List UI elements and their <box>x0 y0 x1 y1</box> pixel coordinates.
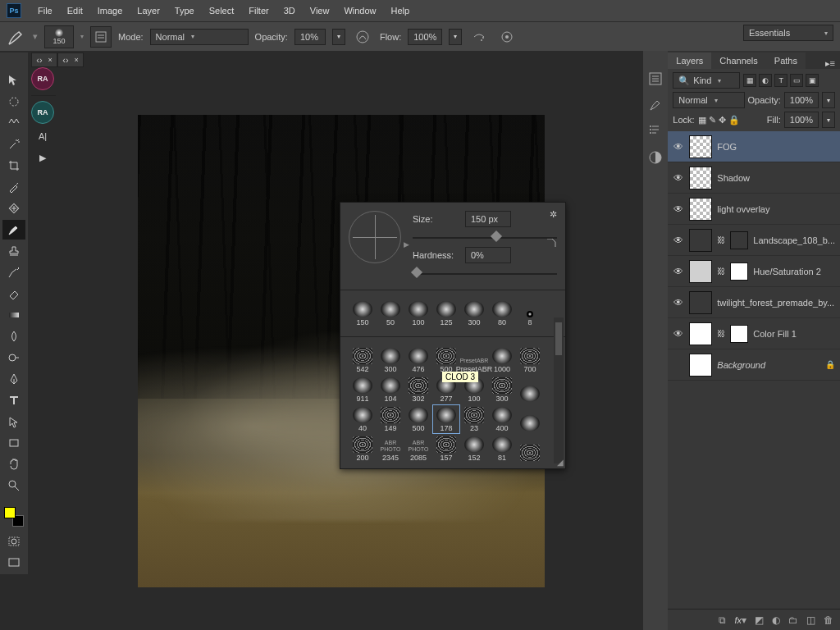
layer-row[interactable]: 👁⛓Hue/Saturation 2 <box>668 256 840 287</box>
layer-name[interactable]: Hue/Saturation 2 <box>753 267 835 276</box>
resize-handle-icon[interactable]: ◢ <box>557 458 564 467</box>
filter-type-icon[interactable]: T <box>774 74 788 87</box>
layer-name[interactable]: Shadow <box>717 173 835 183</box>
layer-opacity-fly[interactable]: ▾ <box>822 92 835 108</box>
layer-mask-icon[interactable]: ◩ <box>755 614 764 626</box>
zoom-tool[interactable] <box>2 476 25 495</box>
menu-3d[interactable]: 3D <box>277 2 302 19</box>
brush-size-input[interactable]: 150 px <box>465 211 511 227</box>
brush-preset[interactable]: 700 <box>516 345 544 375</box>
menu-window[interactable]: Window <box>337 2 382 19</box>
brush-preset[interactable]: 150 <box>349 299 377 328</box>
hand-tool[interactable] <box>2 454 25 474</box>
lock-transparency-icon[interactable]: ▦ <box>698 115 706 126</box>
layer-fill-fly[interactable]: ▾ <box>822 112 835 128</box>
menu-view[interactable]: View <box>304 2 336 19</box>
history-panel-icon[interactable] <box>647 71 664 87</box>
brush-preset[interactable]: 200 <box>349 434 377 463</box>
lasso-tool[interactable] <box>2 113 25 133</box>
layer-row[interactable]: 👁⛓Color Fill 1 <box>668 318 840 349</box>
visibility-toggle[interactable]: 👁 <box>673 203 684 215</box>
brush-preset[interactable]: 500 <box>404 404 432 434</box>
flow-flyout[interactable]: ▾ <box>449 29 462 45</box>
brush-preset[interactable]: 911 <box>349 375 377 404</box>
layer-thumbnail[interactable] <box>689 198 712 221</box>
visibility-toggle[interactable]: 👁 <box>673 297 684 308</box>
layer-name[interactable]: Background <box>717 360 820 370</box>
gear-icon[interactable]: ✲ <box>550 209 557 220</box>
layer-row[interactable]: 👁FOG <box>668 131 840 162</box>
adjustments-panel-icon[interactable] <box>647 149 664 166</box>
type-tool[interactable] <box>2 390 25 410</box>
layer-group-icon[interactable]: 🗀 <box>788 614 798 626</box>
healing-tool[interactable] <box>2 199 25 218</box>
opacity-flyout[interactable]: ▾ <box>332 29 345 45</box>
marquee-tool[interactable] <box>2 92 25 112</box>
eyedropper-tool[interactable] <box>2 177 25 197</box>
menu-help[interactable]: Help <box>385 2 417 19</box>
pen-tool[interactable] <box>2 369 25 389</box>
brush-preset[interactable]: 104 <box>377 375 404 404</box>
brush-preset[interactable]: 23 <box>460 404 488 434</box>
shape-tool[interactable] <box>2 433 25 453</box>
layer-thumbnail[interactable] <box>689 260 712 283</box>
dodge-tool[interactable] <box>2 348 25 368</box>
link-layers-icon[interactable]: ⧉ <box>719 614 726 626</box>
brush-preset[interactable]: 8 <box>516 299 544 328</box>
layer-name[interactable]: FOG <box>717 142 835 152</box>
brush-size-slider[interactable] <box>413 232 557 242</box>
panel-icon-2[interactable]: RA <box>31 101 54 124</box>
visibility-toggle[interactable]: 👁 <box>673 141 684 153</box>
magic-wand-tool[interactable] <box>2 135 25 154</box>
doc-tab-2[interactable]: ‹›× <box>57 52 84 67</box>
filter-shape-icon[interactable]: ▭ <box>790 74 803 87</box>
gradient-tool[interactable] <box>2 305 25 325</box>
layer-row[interactable]: 👁Shadow <box>668 162 840 194</box>
flow-input[interactable]: 100% <box>408 29 442 45</box>
mask-thumbnail[interactable] <box>730 231 748 249</box>
layer-name[interactable]: Landscape_108_b... <box>753 235 835 245</box>
brush-preset[interactable]: 300 <box>488 375 516 404</box>
doc-tab-1[interactable]: ‹›× <box>31 52 57 67</box>
brush-preset[interactable]: 300 <box>377 345 404 375</box>
brush-tool[interactable] <box>2 220 25 240</box>
screenmode-toggle[interactable] <box>2 553 25 573</box>
move-tool[interactable] <box>2 71 25 90</box>
brush-hardness-slider[interactable] <box>413 268 557 278</box>
tab-paths[interactable]: Paths <box>766 52 806 69</box>
character-panel-icon[interactable]: A| <box>31 127 54 145</box>
eraser-tool[interactable] <box>2 284 25 304</box>
layer-name[interactable]: Color Fill 1 <box>753 329 835 339</box>
brushes-panel-icon[interactable] <box>647 97 664 113</box>
panel-icon-1[interactable]: RA <box>31 67 54 90</box>
brush-angle-control[interactable]: ▶ <box>349 211 401 278</box>
brush-preset[interactable]: 157 <box>432 434 460 463</box>
filter-smart-icon[interactable]: ▣ <box>806 74 819 87</box>
visibility-toggle[interactable]: 👁 <box>673 328 684 340</box>
layer-row[interactable]: Background🔒 <box>668 349 840 381</box>
quickmask-toggle[interactable] <box>2 532 25 551</box>
brush-preset[interactable]: 81 <box>488 434 516 463</box>
mask-thumbnail[interactable] <box>730 325 748 343</box>
menu-layer[interactable]: Layer <box>130 2 167 19</box>
brush-preset[interactable]: ABR PHOTO2085 <box>404 434 432 463</box>
layer-thumbnail[interactable] <box>689 167 712 189</box>
visibility-toggle[interactable]: 👁 <box>673 235 684 246</box>
mask-thumbnail[interactable] <box>730 262 748 281</box>
blend-mode-select[interactable]: Normal <box>150 29 249 45</box>
properties-panel-icon[interactable] <box>647 123 664 139</box>
layer-blend-mode[interactable]: Normal <box>673 92 744 108</box>
brush-preset-picker[interactable]: 150 <box>44 25 74 48</box>
brush-scrollbar[interactable] <box>554 317 564 463</box>
brush-hardness-input[interactable]: 0% <box>465 247 511 263</box>
crop-tool[interactable] <box>2 156 25 176</box>
menu-image[interactable]: Image <box>91 2 130 19</box>
lock-position-icon[interactable]: ✥ <box>719 115 726 126</box>
layer-row[interactable]: 👁light ovverlay <box>668 194 840 225</box>
layer-thumbnail[interactable] <box>689 229 712 252</box>
foreground-swatch[interactable] <box>4 507 16 518</box>
brush-preset[interactable]: 50 <box>377 299 404 328</box>
brush-preset[interactable]: 149 <box>377 404 404 434</box>
stamp-tool[interactable] <box>2 241 25 261</box>
blur-tool[interactable] <box>2 326 25 346</box>
